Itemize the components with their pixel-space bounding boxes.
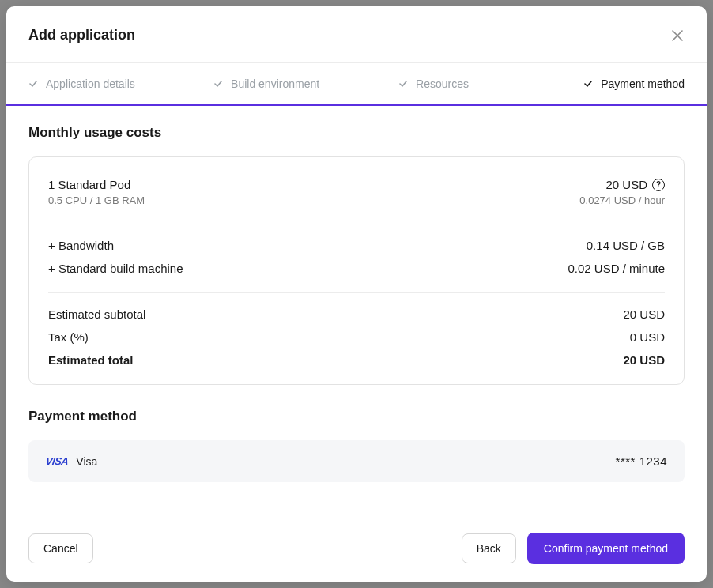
check-icon — [213, 79, 223, 89]
payment-method-card[interactable]: VISA Visa **** 1234 — [28, 440, 685, 482]
pod-price: 20 USD — [605, 178, 647, 191]
total-row: Estimated total 20 USD — [48, 353, 665, 367]
step-label: Resources — [416, 77, 469, 90]
check-icon — [398, 79, 408, 89]
subtotal-label: Estimated subtotal — [48, 307, 145, 321]
tax-row: Tax (%) 0 USD — [48, 330, 665, 344]
pod-row: 1 Standard Pod 0.5 CPU / 1 GB RAM 20 USD… — [48, 178, 665, 206]
close-icon — [672, 30, 683, 41]
step-label: Application details — [46, 77, 135, 90]
modal-body: Monthly usage costs 1 Standard Pod 0.5 C… — [6, 106, 707, 518]
step-application-details[interactable]: Application details — [28, 77, 213, 90]
add-application-modal: Add application Application details Buil… — [6, 6, 707, 582]
pod-pricing: 20 USD ? 0.0274 USD / hour — [579, 178, 665, 206]
help-icon[interactable]: ? — [652, 179, 665, 191]
payment-section: Payment method VISA Visa **** 1234 — [28, 409, 685, 482]
costs-heading: Monthly usage costs — [28, 125, 685, 141]
bandwidth-row: + Bandwidth 0.14 USD / GB — [48, 239, 665, 252]
pod-hourly: 0.0274 USD / hour — [579, 194, 665, 206]
confirm-payment-method-button[interactable]: Confirm payment method — [527, 533, 685, 564]
payment-brand-label: Visa — [76, 455, 97, 468]
back-button[interactable]: Back — [462, 533, 516, 564]
payment-brand: VISA Visa — [46, 455, 97, 468]
step-resources[interactable]: Resources — [398, 77, 583, 90]
payment-heading: Payment method — [28, 409, 685, 424]
costs-card: 1 Standard Pod 0.5 CPU / 1 GB RAM 20 USD… — [28, 156, 685, 385]
pod-title: 1 Standard Pod — [48, 178, 145, 191]
divider — [48, 292, 665, 293]
footer-right: Back Confirm payment method — [462, 533, 685, 564]
step-payment-method[interactable]: Payment method — [583, 77, 685, 90]
modal-title: Add application — [28, 27, 135, 43]
modal-header: Add application — [6, 6, 707, 63]
bandwidth-price: 0.14 USD / GB — [587, 239, 665, 252]
stepper: Application details Build environment Re… — [6, 63, 707, 106]
total-value: 20 USD — [623, 353, 665, 367]
visa-logo-icon: VISA — [45, 455, 69, 467]
payment-masked: **** 1234 — [616, 454, 667, 468]
step-label: Payment method — [601, 77, 685, 90]
build-row: + Standard build machine 0.02 USD / minu… — [48, 262, 665, 275]
tax-value: 0 USD — [630, 330, 665, 344]
step-build-environment[interactable]: Build environment — [213, 77, 398, 90]
cancel-button[interactable]: Cancel — [28, 533, 93, 564]
bandwidth-label: + Bandwidth — [48, 239, 114, 252]
pod-info: 1 Standard Pod 0.5 CPU / 1 GB RAM — [48, 178, 145, 206]
close-button[interactable] — [670, 28, 685, 43]
modal-footer: Cancel Back Confirm payment method — [6, 518, 707, 582]
divider — [48, 224, 665, 224]
step-label: Build environment — [231, 77, 319, 90]
total-label: Estimated total — [48, 353, 134, 367]
build-label: + Standard build machine — [48, 262, 183, 275]
build-price: 0.02 USD / minute — [568, 262, 665, 275]
check-icon — [583, 79, 593, 89]
tax-label: Tax (%) — [48, 330, 89, 344]
pod-specs: 0.5 CPU / 1 GB RAM — [48, 194, 145, 206]
subtotal-row: Estimated subtotal 20 USD — [48, 307, 665, 321]
check-icon — [28, 79, 38, 89]
subtotal-value: 20 USD — [623, 307, 665, 321]
